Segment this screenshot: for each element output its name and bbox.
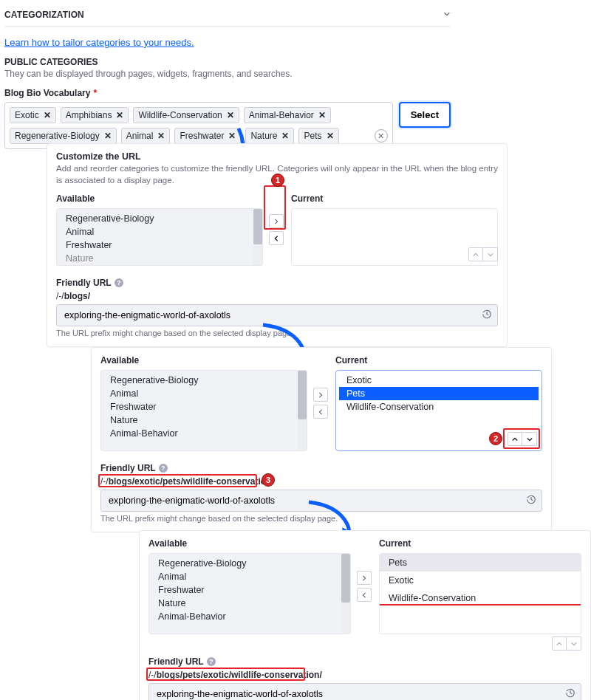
history-icon[interactable]	[526, 495, 536, 507]
tailor-categories-link[interactable]: Learn how to tailor categories to your n…	[4, 37, 194, 48]
current-listbox[interactable]: Exotic Pets Wildlife-Conservation	[335, 370, 542, 451]
current-label: Current	[335, 355, 542, 366]
current-label: Current	[379, 538, 581, 549]
move-right-button[interactable]	[313, 388, 328, 402]
tag-remove-icon[interactable]: ✕	[104, 131, 112, 141]
list-item[interactable]: Wildlife-Conservation	[339, 400, 539, 414]
tag[interactable]: Wildlife-Conservation✕	[133, 107, 239, 123]
available-label: Available	[148, 538, 351, 549]
move-up-button[interactable]	[468, 247, 483, 261]
list-item[interactable]: Nature	[103, 414, 305, 427]
list-item[interactable]: Freshwater	[58, 239, 261, 252]
list-item[interactable]: Freshwater	[151, 583, 349, 597]
move-right-button[interactable]	[269, 214, 284, 228]
move-buttons	[269, 214, 285, 245]
list-item-selected[interactable]: Pets	[339, 387, 539, 400]
url-prefix: /-/blogs/	[56, 291, 498, 301]
tag-remove-icon[interactable]: ✕	[44, 110, 51, 120]
categorization-header[interactable]: CATEGORIZATION	[4, 6, 451, 27]
vocab-label: Blog Bio Vocabulary*	[4, 88, 451, 98]
tag[interactable]: Amphibians✕	[61, 107, 129, 123]
friendly-url-label: Friendly URL ?	[100, 463, 542, 473]
available-label: Available	[56, 193, 263, 204]
current-listbox[interactable]	[291, 208, 498, 266]
current-listbox[interactable]: Pets Exotic Wildlife-Conservation	[379, 553, 581, 634]
available-label: Available	[100, 355, 307, 366]
list-item-selected[interactable]: Pets	[380, 554, 581, 572]
list-item[interactable]: Regenerative-Biology	[103, 374, 305, 387]
categorization-panel: CATEGORIZATION Learn how to tailor categ…	[1, 0, 454, 149]
public-categories-desc: They can be displayed through pages, wid…	[4, 69, 451, 79]
friendly-url-label: Friendly URL ?	[56, 278, 498, 288]
scrollbar-thumb[interactable]	[253, 209, 262, 244]
scrollbar-thumb[interactable]	[298, 371, 307, 419]
move-up-button[interactable]	[552, 636, 567, 651]
move-left-button[interactable]	[269, 231, 284, 245]
list-item[interactable]: Animal	[151, 570, 349, 583]
list-item[interactable]: Animal	[103, 387, 305, 400]
help-icon[interactable]: ?	[159, 464, 168, 473]
list-item[interactable]: Exotic	[339, 374, 539, 387]
annotation-badge: 3	[262, 473, 275, 487]
available-listbox[interactable]: Regenerative-Biology Animal Freshwater N…	[148, 553, 351, 634]
tag-remove-icon[interactable]: ✕	[327, 131, 334, 141]
list-item[interactable]: Nature	[58, 252, 261, 265]
list-item[interactable]: Animal	[58, 225, 261, 239]
help-icon[interactable]: ?	[115, 278, 123, 287]
customize-url-card: Customize the URL Add and reorder catego…	[47, 143, 508, 347]
categorization-title: CATEGORIZATION	[4, 10, 84, 20]
history-icon[interactable]	[482, 309, 492, 322]
move-down-button[interactable]	[567, 636, 581, 651]
list-item[interactable]: Freshwater	[103, 400, 305, 414]
tag-remove-icon[interactable]: ✕	[318, 110, 326, 120]
select-button[interactable]: Select	[399, 102, 451, 128]
chevron-down-icon	[443, 9, 451, 20]
scrollbar-thumb[interactable]	[341, 554, 350, 603]
customize-url-card: Available Regenerative-Biology Animal Fr…	[139, 530, 591, 700]
friendly-url-label: Friendly URL ?	[148, 656, 581, 667]
tag-remove-icon[interactable]: ✕	[116, 110, 123, 120]
tag[interactable]: Animal-Behavior✕	[244, 107, 331, 123]
tag-remove-icon[interactable]: ✕	[281, 131, 289, 141]
list-item[interactable]: Animal-Behavior	[151, 610, 349, 623]
help-icon[interactable]: ?	[207, 657, 216, 666]
annotation-badge: 1	[271, 174, 284, 187]
move-down-button[interactable]	[522, 432, 537, 446]
tag[interactable]: Animal✕	[121, 128, 171, 144]
current-label: Current	[291, 193, 498, 204]
move-left-button[interactable]	[313, 405, 328, 419]
move-right-button[interactable]	[357, 571, 372, 585]
move-down-button[interactable]	[483, 247, 498, 261]
move-buttons	[357, 571, 373, 602]
friendly-url-input[interactable]	[148, 683, 581, 700]
tag-remove-icon[interactable]: ✕	[227, 110, 234, 120]
tag[interactable]: Regenerative-Biology✕	[10, 128, 117, 144]
clear-all-tags-icon[interactable]: ✕	[375, 129, 388, 143]
annotation-badge: 2	[489, 432, 502, 445]
list-item[interactable]: Animal-Behavior	[103, 427, 305, 440]
list-item[interactable]: Exotic	[380, 572, 581, 589]
move-buttons	[313, 388, 329, 419]
history-icon[interactable]	[565, 688, 575, 701]
list-item[interactable]: Regenerative-Biology	[58, 212, 261, 225]
url-prefix: /-/blogs/pets/exotic/wildlife-conservati…	[148, 670, 581, 680]
list-item[interactable]: Wildlife-Conservation	[380, 589, 581, 607]
move-up-button[interactable]	[508, 432, 522, 446]
list-item[interactable]: Regenerative-Biology	[151, 557, 349, 570]
available-listbox[interactable]: Regenerative-Biology Animal Freshwater N…	[56, 208, 263, 266]
vocab-tag-box[interactable]: Exotic✕ Amphibians✕ Wildlife-Conservatio…	[4, 102, 393, 149]
tag[interactable]: Exotic✕	[10, 107, 56, 123]
url-prefix: /-/blogs/exotic/pets/wildlife-conservati…	[100, 476, 542, 487]
available-listbox[interactable]: Regenerative-Biology Animal Freshwater N…	[100, 370, 307, 451]
tag-remove-icon[interactable]: ✕	[157, 131, 165, 141]
list-item[interactable]: Nature	[151, 597, 349, 610]
move-left-button[interactable]	[357, 588, 372, 602]
friendly-url-input[interactable]	[56, 304, 498, 326]
tag[interactable]: Pets✕	[298, 128, 338, 144]
public-categories-title: PUBLIC CATEGORIES	[4, 57, 451, 67]
card-title: Customize the URL	[56, 151, 498, 162]
